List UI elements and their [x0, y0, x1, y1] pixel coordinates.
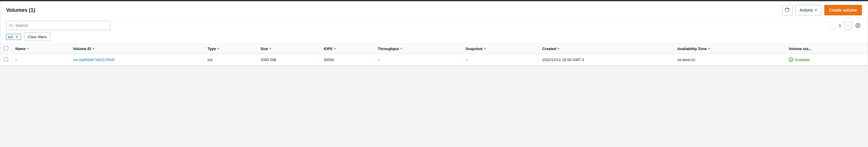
col-type-label: Type	[208, 47, 216, 51]
row-volume-id-link[interactable]: vol-0a493db74622155d0	[73, 58, 115, 62]
sort-created-icon[interactable]	[557, 48, 560, 50]
chevron-left-icon: ‹	[831, 24, 832, 28]
col-az-label: Availability Zone	[677, 47, 707, 51]
sort-throughput-icon[interactable]	[400, 48, 402, 50]
row-size: 1000 GiB	[260, 58, 276, 62]
filter-tag-text: io2	[8, 35, 13, 39]
row-volume-id-cell: vol-0a493db74622155d0	[69, 54, 204, 65]
select-all-header	[0, 44, 12, 54]
row-status-text: Available	[795, 58, 810, 62]
row-az-cell: us-west-2c	[674, 54, 785, 65]
pagination-row: ‹ 1 ›	[828, 22, 862, 30]
row-type-cell: io2	[204, 54, 257, 65]
create-volume-button[interactable]: Create volume	[824, 5, 862, 15]
col-header-type: Type	[204, 44, 257, 54]
filter-row: io2 ✕ Clear filters	[0, 30, 868, 43]
create-volume-label: Create volume	[829, 8, 857, 12]
row-name-cell: –	[12, 54, 69, 65]
header-actions: Actions Create volume	[782, 5, 862, 15]
col-header-name: Name	[12, 44, 69, 54]
row-checkbox[interactable]	[4, 57, 8, 61]
row-status-cell: Available	[785, 54, 868, 65]
row-iops-cell: 30000	[320, 54, 374, 65]
actions-button[interactable]: Actions	[795, 5, 822, 15]
svg-point-3	[789, 58, 793, 62]
volumes-table: Name Volume ID Type	[0, 43, 868, 65]
refresh-button[interactable]	[782, 5, 793, 15]
search-icon	[9, 24, 13, 28]
col-header-size: Size	[257, 44, 320, 54]
table-settings-button[interactable]	[854, 22, 862, 30]
col-header-availability-zone: Availability Zone	[674, 44, 785, 54]
volumes-table-container: Name Volume ID Type	[0, 43, 868, 65]
row-snapshot-cell: –	[462, 54, 538, 65]
table-header: Name Volume ID Type	[0, 44, 868, 54]
sort-snapshot-icon[interactable]	[484, 48, 486, 50]
row-size-cell: 1000 GiB	[257, 54, 320, 65]
clear-filters-label: Clear filters	[28, 35, 47, 39]
pagination-prev-button[interactable]: ‹	[828, 22, 836, 30]
col-header-volume-status: Volume sta...	[785, 44, 868, 54]
search-input[interactable]	[16, 23, 107, 28]
pagination-page-number: 1	[838, 23, 842, 28]
row-name: –	[16, 58, 18, 62]
available-check-icon	[789, 57, 793, 62]
refresh-icon	[785, 8, 789, 12]
settings-gear-icon	[855, 23, 861, 28]
pagination-next-button[interactable]: ›	[844, 22, 852, 30]
actions-label: Actions	[800, 8, 813, 12]
chevron-right-icon: ›	[847, 24, 848, 28]
col-name-label: Name	[16, 47, 26, 51]
panel-header: Volumes (1) Actions Create volume	[0, 1, 868, 19]
col-header-snapshot: Snapshot	[462, 44, 538, 54]
col-iops-label: IOPS	[323, 47, 333, 51]
col-header-iops: IOPS	[320, 44, 374, 54]
col-snapshot-label: Snapshot	[466, 47, 483, 51]
search-row: ‹ 1 ›	[0, 19, 868, 30]
row-checkbox-cell	[0, 54, 12, 65]
col-status-label: Volume sta...	[789, 47, 812, 51]
col-created-label: Created	[542, 47, 556, 51]
panel-title: Volumes (1)	[6, 7, 35, 13]
col-header-created: Created	[538, 44, 674, 54]
actions-chevron-icon	[815, 9, 817, 11]
volumes-panel: Volumes (1) Actions Create volume	[0, 1, 868, 66]
col-header-throughput: Throughput	[374, 44, 462, 54]
sort-volume-id-icon[interactable]	[92, 48, 95, 50]
row-az: us-west-2c	[677, 58, 695, 62]
sort-az-icon[interactable]	[708, 48, 710, 50]
col-volume-id-label: Volume ID	[73, 47, 91, 51]
svg-point-2	[857, 25, 859, 26]
filter-tag-close-button[interactable]: ✕	[15, 35, 19, 39]
row-throughput: –	[378, 58, 380, 62]
row-throughput-cell: –	[374, 54, 462, 65]
row-iops: 30000	[323, 58, 334, 62]
row-snapshot: –	[466, 58, 468, 62]
row-created: 2022/12/11 15:50 GMT-3	[542, 58, 584, 62]
title-text: Volumes	[6, 7, 28, 13]
title-count: (1)	[29, 7, 35, 13]
svg-line-1	[12, 26, 13, 27]
table-row: – vol-0a493db74622155d0 io2 1000 GiB 300…	[0, 54, 868, 65]
table-body: – vol-0a493db74622155d0 io2 1000 GiB 300…	[0, 54, 868, 65]
col-header-volume-id: Volume ID	[69, 44, 204, 54]
col-throughput-label: Throughput	[378, 47, 399, 51]
row-type: io2	[208, 58, 213, 62]
filter-tag-io2: io2 ✕	[6, 34, 21, 40]
clear-filters-button[interactable]: Clear filters	[24, 32, 51, 41]
sort-size-icon[interactable]	[269, 48, 271, 50]
sort-name-icon[interactable]	[27, 48, 29, 50]
row-status-available: Available	[789, 57, 864, 62]
select-all-checkbox[interactable]	[4, 46, 8, 50]
sort-type-icon[interactable]	[217, 48, 220, 50]
col-size-label: Size	[260, 47, 268, 51]
sort-iops-icon[interactable]	[334, 48, 336, 50]
row-created-cell: 2022/12/11 15:50 GMT-3	[538, 54, 674, 65]
search-box	[6, 21, 110, 30]
